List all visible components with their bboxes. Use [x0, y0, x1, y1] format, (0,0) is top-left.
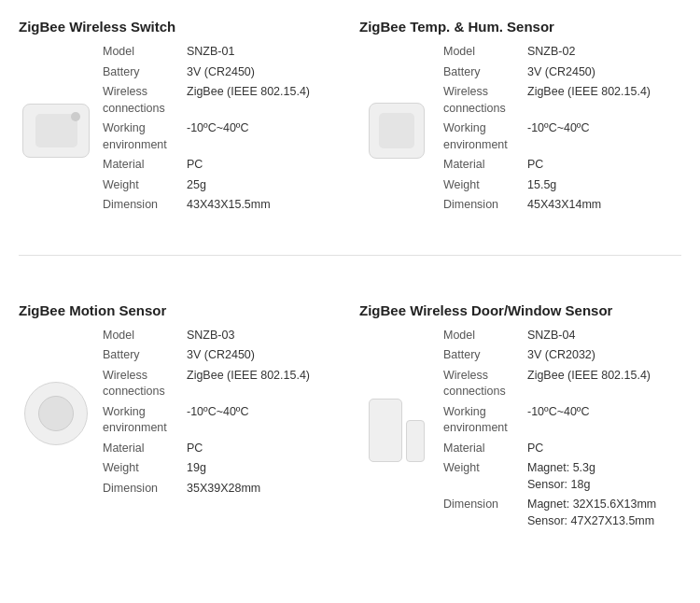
- spec-value: 25g: [187, 177, 206, 194]
- spec-row: Working environment -10ºC~40ºC: [103, 404, 341, 437]
- product-body-temp: Model SNZB-02 Battery 3V (CR2450) Wirele…: [359, 44, 681, 217]
- spec-row: Model SNZB-02: [443, 44, 681, 61]
- spec-value: -10ºC~40ºC: [187, 404, 248, 421]
- spec-value: 3V (CR2450): [187, 64, 255, 81]
- spec-label: Working environment: [103, 120, 187, 153]
- spec-value: SNZB-02: [527, 44, 575, 61]
- spec-row: Battery 3V (CR2450): [103, 347, 341, 364]
- spec-label: Model: [103, 44, 187, 61]
- spec-row: Model SNZB-04: [443, 328, 681, 344]
- spec-label: Working environment: [103, 404, 187, 437]
- spec-value: 45X43X14mm: [527, 197, 601, 214]
- spec-label: Material: [103, 157, 187, 174]
- spec-label: Battery: [443, 64, 527, 81]
- spec-label: Material: [443, 157, 527, 174]
- spec-label: Weight: [443, 177, 527, 194]
- spec-value: 19g: [187, 460, 206, 477]
- spec-value: 15.5g: [527, 177, 556, 194]
- products-grid: ZigBee Wireless Switch Model SNZB-01 Bat…: [19, 19, 681, 533]
- spec-row: Material PC: [103, 441, 341, 457]
- product-title-door: ZigBee Wireless Door/Window Sensor: [359, 302, 681, 318]
- spec-label: Working environment: [443, 120, 527, 153]
- spec-label: Wireless connections: [103, 84, 187, 117]
- spec-row: Model SNZB-01: [103, 44, 341, 61]
- spec-label: Model: [103, 328, 187, 344]
- product-image-temp: [359, 44, 434, 217]
- spec-value-dim-sensor: Sensor: 47X27X13.5mm: [527, 513, 656, 530]
- spec-row: Wireless connections ZigBee (IEEE 802.15…: [103, 368, 341, 400]
- spec-label: Dimension: [103, 481, 187, 498]
- spec-label: Dimension: [443, 197, 527, 214]
- spec-label: Wireless connections: [103, 368, 187, 400]
- spec-value: 3V (CR2450): [187, 347, 255, 364]
- product-door-sensor: ZigBee Wireless Door/Window Sensor Model…: [359, 302, 681, 534]
- product-temp-sensor: ZigBee Temp. & Hum. Sensor Model SNZB-02…: [359, 19, 681, 217]
- spec-row: Weight 25g: [103, 177, 341, 194]
- spec-value: SNZB-01: [187, 44, 234, 61]
- spec-row: Weight Magnet: 5.3g Sensor: 18g: [443, 460, 681, 493]
- product-specs-switch: Model SNZB-01 Battery 3V (CR2450) Wirele…: [103, 44, 341, 217]
- spec-label: Weight: [103, 177, 187, 194]
- spec-label: Battery: [103, 64, 187, 81]
- spec-value: ZigBee (IEEE 802.15.4): [527, 84, 651, 101]
- product-motion-sensor: ZigBee Motion Sensor Model SNZB-03 Batte…: [19, 302, 341, 534]
- spec-value: -10ºC~40ºC: [527, 404, 589, 421]
- spec-label: Wireless connections: [443, 84, 527, 117]
- spec-label: Dimension: [443, 497, 527, 513]
- spec-value: 3V (CR2032): [527, 347, 595, 364]
- product-specs-motion: Model SNZB-03 Battery 3V (CR2450) Wirele…: [103, 328, 341, 501]
- spec-row: Wireless connections ZigBee (IEEE 802.15…: [443, 368, 681, 400]
- spec-value-dim-magnet: Magnet: 32X15.6X13mm: [527, 497, 656, 513]
- spec-value: PC: [187, 441, 203, 457]
- section-divider: [19, 255, 681, 256]
- spec-row: Working environment -10ºC~40ºC: [103, 120, 341, 153]
- spec-value: 3V (CR2450): [527, 64, 595, 81]
- spec-row: Material PC: [103, 157, 341, 174]
- spec-row: Battery 3V (CR2032): [443, 347, 681, 364]
- spec-row: Dimension Magnet: 32X15.6X13mm Sensor: 4…: [443, 497, 681, 529]
- spec-value: -10ºC~40ºC: [187, 120, 248, 137]
- spec-label: Material: [443, 441, 527, 457]
- spec-row: Working environment -10ºC~40ºC: [443, 120, 681, 153]
- spec-row: Battery 3V (CR2450): [103, 64, 341, 81]
- product-image-door: [359, 328, 434, 534]
- spec-value-weight-magnet: Magnet: 5.3g: [527, 460, 595, 477]
- spec-row: Battery 3V (CR2450): [443, 64, 681, 81]
- spec-label: Weight: [103, 460, 187, 477]
- spec-value: ZigBee (IEEE 802.15.4): [187, 84, 310, 101]
- spec-label: Weight: [443, 460, 527, 477]
- product-body-switch: Model SNZB-01 Battery 3V (CR2450) Wirele…: [19, 44, 341, 217]
- spec-row: Material PC: [443, 441, 681, 457]
- spec-label: Model: [443, 44, 527, 61]
- product-title-switch: ZigBee Wireless Switch: [19, 19, 341, 35]
- spec-value-weight-sensor: Sensor: 18g: [527, 477, 595, 494]
- spec-value: PC: [527, 157, 543, 174]
- spec-row: Dimension 45X43X14mm: [443, 197, 681, 214]
- spec-row: Material PC: [443, 157, 681, 174]
- spec-row: Model SNZB-03: [103, 328, 341, 344]
- spec-row: Wireless connections ZigBee (IEEE 802.15…: [443, 84, 681, 117]
- spec-value: 43X43X15.5mm: [187, 197, 271, 214]
- spec-label: Wireless connections: [443, 368, 527, 400]
- spec-label: Material: [103, 441, 187, 457]
- spec-value: PC: [527, 441, 543, 457]
- spec-value: PC: [187, 157, 203, 174]
- spec-label: Dimension: [103, 197, 187, 214]
- spec-label: Battery: [443, 347, 527, 364]
- spec-value: ZigBee (IEEE 802.15.4): [187, 368, 310, 385]
- spec-row: Dimension 35X39X28mm: [103, 481, 341, 498]
- spec-value: 35X39X28mm: [187, 481, 260, 498]
- spec-label: Battery: [103, 347, 187, 364]
- product-image-motion: [19, 328, 93, 501]
- product-body-door: Model SNZB-04 Battery 3V (CR2032) Wirele…: [359, 328, 681, 534]
- product-switch: ZigBee Wireless Switch Model SNZB-01 Bat…: [19, 19, 341, 217]
- product-title-motion: ZigBee Motion Sensor: [19, 302, 341, 318]
- spec-label: Working environment: [443, 404, 527, 437]
- product-image-switch: [19, 44, 93, 217]
- spec-value: SNZB-03: [187, 328, 234, 344]
- spec-value: SNZB-04: [527, 328, 575, 344]
- spec-value: ZigBee (IEEE 802.15.4): [527, 368, 651, 385]
- spec-row: Wireless connections ZigBee (IEEE 802.15…: [103, 84, 341, 117]
- product-specs-temp: Model SNZB-02 Battery 3V (CR2450) Wirele…: [443, 44, 681, 217]
- product-specs-door: Model SNZB-04 Battery 3V (CR2032) Wirele…: [443, 328, 681, 534]
